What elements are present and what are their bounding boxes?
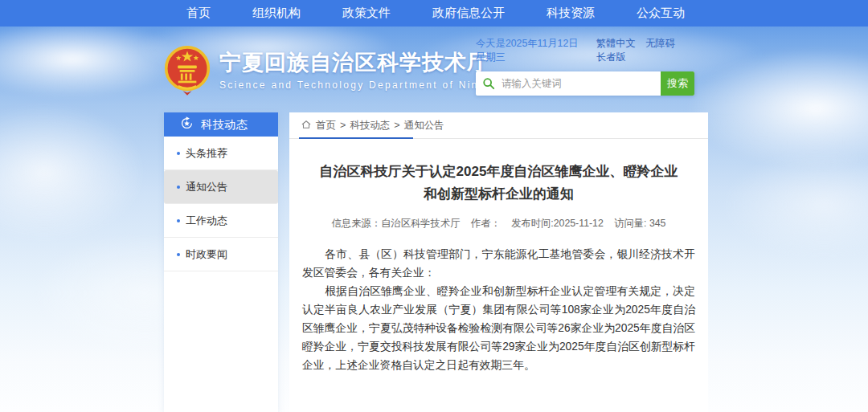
search-button[interactable]: 搜索	[661, 71, 694, 96]
link-accessibility[interactable]: 无障碍	[645, 38, 675, 49]
search-icon	[476, 77, 502, 90]
article-meta: 信息来源：自治区科学技术厅 作者： 发布时间:2025-11-12 访问量: 3…	[302, 217, 695, 230]
quick-links: 繁體中文 无障碍 长者版	[589, 37, 694, 64]
header-utility-row: 今天是2025年11月12日 星期三 繁體中文 无障碍 长者版	[476, 37, 694, 64]
meta-visit-count: 访问量: 345	[614, 218, 665, 229]
nav-item-policy-documents[interactable]: 政策文件	[342, 6, 391, 21]
sidebar-item-current-politics[interactable]: 时政要闻	[164, 238, 278, 271]
search-box: 搜索	[476, 71, 694, 96]
sidebar-item-headlines[interactable]: 头条推荐	[164, 137, 278, 170]
sidebar-item-notices[interactable]: 通知公告	[164, 170, 278, 204]
nav-item-gov-info-disclosure[interactable]: 政府信息公开	[432, 6, 505, 21]
article: 自治区科技厅关于认定2025年度自治区雏鹰企业、瞪羚企业 和创新型标杆企业的通知…	[289, 161, 708, 412]
bullet-dot-icon	[177, 219, 180, 222]
site-header: 宁夏回族自治区科学技术厅 Science and Technology Depa…	[0, 27, 868, 112]
breadcrumb-separator: >	[394, 120, 399, 131]
meta-source: 信息来源：自治区科学技术厅	[332, 218, 461, 229]
sidebar-title: 科技动态	[201, 117, 248, 133]
breadcrumb-separator: >	[340, 120, 346, 131]
sidebar-item-label: 通知公告	[186, 180, 227, 194]
article-title: 自治区科技厅关于认定2025年度自治区雏鹰企业、瞪羚企业 和创新型标杆企业的通知	[302, 161, 695, 206]
breadcrumb: 首页 > 科技动态 > 通知公告	[289, 112, 708, 139]
main-content-panel: 首页 > 科技动态 > 通知公告 自治区科技厅关于认定2025年度自治区雏鹰企业…	[289, 112, 708, 412]
nav-item-organization[interactable]: 组织机构	[252, 6, 301, 21]
sidebar-menu: 头条推荐 通知公告 工作动态 时政要闻	[164, 137, 278, 271]
sidebar-item-label: 工作动态	[186, 214, 227, 228]
cloud-decoration	[0, 104, 145, 241]
link-elderly-version[interactable]: 长者版	[596, 51, 626, 63]
search-input[interactable]	[502, 78, 661, 89]
header-right: 今天是2025年11月12日 星期三 繁體中文 无障碍 长者版 搜索	[476, 37, 694, 96]
current-date: 今天是2025年11月12日 星期三	[476, 37, 589, 64]
meta-publish-date: 发布时间:2025-11-12	[511, 218, 604, 229]
bullet-dot-icon	[177, 152, 180, 155]
site-title: 宁夏回族自治区科学技术厅	[219, 50, 504, 76]
breadcrumb-current-page: 通知公告	[404, 119, 444, 133]
site-subtitle-english: Science and Technology Department of Nin…	[219, 80, 504, 91]
nav-item-sci-tech-resources[interactable]: 科技资源	[547, 6, 595, 21]
national-emblem-logo	[164, 44, 211, 96]
article-paragraph: 根据自治区雏鹰企业、瞪羚企业和创新型标杆企业认定管理有关规定，决定认定半亩良人农…	[302, 282, 695, 374]
bullet-dot-icon	[177, 253, 180, 256]
nav-item-public-interaction[interactable]: 公众互动	[637, 6, 685, 21]
sidebar-item-work-trends[interactable]: 工作动态	[164, 204, 278, 238]
site-brand: 宁夏回族自治区科学技术厅 Science and Technology Depa…	[164, 44, 504, 96]
article-title-line2: 和创新型标杆企业的通知	[302, 183, 695, 206]
meta-author: 作者：	[471, 218, 501, 229]
breadcrumb-home[interactable]: 首页	[316, 119, 336, 133]
top-navigation: 首页 组织机构 政策文件 政府信息公开 科技资源 公众互动	[0, 0, 868, 27]
nav-item-home[interactable]: 首页	[186, 6, 211, 21]
home-icon	[301, 119, 312, 133]
brand-text: 宁夏回族自治区科学技术厅 Science and Technology Depa…	[219, 50, 504, 91]
article-title-line1: 自治区科技厅关于认定2025年度自治区雏鹰企业、瞪羚企业	[302, 161, 695, 183]
breadcrumb-accent-underline	[299, 137, 413, 139]
sidebar: 科技动态 头条推荐 通知公告 工作动态 时政要闻	[164, 112, 278, 412]
circular-star-icon	[180, 116, 194, 133]
article-body: 各市、县（区）科技管理部门，宁东能源化工基地管委会，银川经济技术开发区管委会，各…	[302, 245, 695, 374]
sidebar-header: 科技动态	[164, 112, 278, 137]
bullet-dot-icon	[177, 186, 180, 189]
top-navigation-inner: 首页 组织机构 政策文件 政府信息公开 科技资源 公众互动	[161, 0, 707, 27]
breadcrumb-sci-tech-news[interactable]: 科技动态	[350, 119, 390, 133]
sidebar-item-label: 时政要闻	[186, 247, 227, 262]
article-paragraph: 各市、县（区）科技管理部门，宁东能源化工基地管委会，银川经济技术开发区管委会，各…	[302, 245, 695, 282]
link-traditional-chinese[interactable]: 繁體中文	[596, 38, 636, 49]
sidebar-item-label: 头条推荐	[186, 146, 227, 161]
cloud-decoration	[723, 153, 868, 257]
